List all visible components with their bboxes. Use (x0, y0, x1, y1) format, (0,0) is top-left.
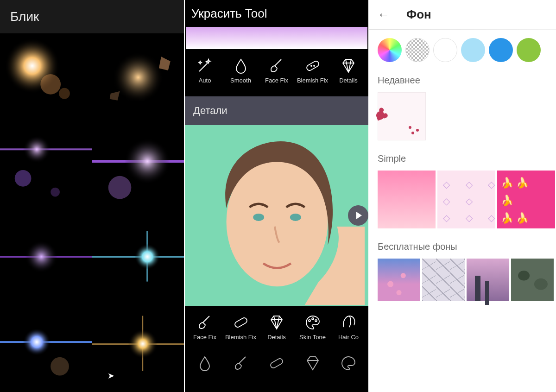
tool-haircolor[interactable]: Hair Co (331, 314, 366, 341)
color-swatch-rainbow[interactable] (378, 38, 402, 62)
drop-icon (233, 57, 249, 74)
svg-point-17 (134, 244, 160, 270)
bg-tile-pink-gradient[interactable] (378, 171, 436, 228)
svg-point-23 (128, 329, 158, 359)
tool-smooth[interactable]: Smooth (224, 57, 258, 84)
section-simple-title: Simple (369, 140, 556, 171)
tool-extra-2[interactable] (224, 355, 258, 372)
recent-row (369, 92, 556, 140)
svg-point-3 (113, 52, 163, 102)
play-button[interactable] (348, 205, 368, 226)
svg-point-11 (124, 138, 170, 184)
tool-blemish-2[interactable]: Blemish Fix (224, 314, 258, 341)
svg-point-9 (51, 188, 60, 197)
beautify-title: Украсить Tool (191, 6, 267, 21)
flare-thumb-orange-1[interactable] (0, 33, 92, 123)
color-swatch-transparent[interactable] (405, 38, 430, 62)
svg-point-8 (15, 170, 32, 187)
svg-point-25 (311, 65, 312, 66)
free-row (369, 259, 556, 301)
svg-point-29 (253, 214, 264, 221)
svg-rect-24 (305, 60, 319, 71)
flare-thumb-purple-2[interactable] (92, 123, 184, 212)
tool-details-2[interactable]: Details (259, 314, 294, 341)
tool-extra-1[interactable] (188, 355, 222, 372)
tool-facefix[interactable]: Face Fix (259, 57, 294, 84)
svg-point-34 (315, 320, 317, 322)
tool-facefix-2[interactable]: Face Fix (188, 314, 222, 341)
tool-auto[interactable]: Auto (188, 57, 222, 84)
tool-extra-4[interactable] (296, 355, 330, 372)
preview-strip (186, 27, 367, 49)
svg-point-19 (23, 328, 51, 356)
bg-tile-dusk[interactable] (467, 259, 509, 301)
tool-row-top: Auto Smooth Face Fix Blemish Fix Details (185, 49, 368, 92)
svg-point-30 (290, 214, 301, 221)
tool-extra-5[interactable] (331, 355, 366, 372)
wand-icon (196, 57, 213, 74)
recent-thumb-1[interactable] (378, 92, 426, 140)
svg-rect-31 (234, 316, 247, 328)
diamond-icon (268, 314, 285, 331)
flare-thumb-cyan[interactable] (92, 212, 184, 302)
palette-icon (304, 314, 321, 331)
flare-thumb-gold[interactable] (92, 302, 184, 391)
color-swatch-blue[interactable] (489, 38, 513, 62)
bg-header: ← Фон (369, 0, 556, 29)
svg-point-14 (25, 240, 57, 272)
flare-panel: Блик ➤ (0, 0, 185, 392)
bg-tile-banana-pattern[interactable] (497, 171, 555, 228)
svg-rect-35 (270, 358, 284, 369)
beautify-panel: Украсить Tool Auto Smooth Face Fix Blemi… (185, 0, 369, 392)
face-placeholder-icon (185, 125, 368, 305)
hair-icon (340, 314, 357, 331)
svg-point-26 (314, 65, 315, 66)
bg-tile-blossom[interactable] (378, 259, 420, 301)
tool-blemish[interactable]: Blemish Fix (296, 57, 330, 84)
preview-image[interactable] (185, 125, 368, 306)
svg-point-7 (23, 136, 51, 164)
bg-tile-leaves[interactable] (511, 259, 554, 301)
background-panel: ← Фон Недавнее Simple Бесплатные фоны (369, 0, 556, 392)
brush-icon (233, 355, 249, 372)
color-swatch-white[interactable] (433, 38, 457, 62)
section-details: Детали (185, 96, 368, 125)
svg-point-32 (309, 320, 310, 322)
flare-thumb-blue[interactable] (0, 302, 92, 391)
brush-icon (268, 57, 285, 74)
svg-marker-4 (158, 57, 170, 70)
color-swatch-green[interactable] (517, 38, 541, 62)
svg-point-33 (312, 318, 314, 320)
svg-point-1 (40, 74, 61, 95)
simple-row (369, 171, 556, 228)
bandage-icon (233, 314, 249, 331)
color-swatch-lightblue[interactable] (461, 38, 485, 62)
flare-grid (0, 33, 184, 391)
bg-title: Фон (406, 7, 431, 22)
svg-point-12 (108, 176, 131, 199)
flare-thumb-orange-2[interactable] (92, 33, 184, 123)
section-recent-title: Недавнее (369, 62, 556, 92)
tool-row-extra (185, 348, 368, 378)
beautify-header: Украсить Tool (185, 0, 368, 27)
back-icon[interactable]: ← (378, 7, 390, 22)
svg-marker-5 (109, 91, 120, 101)
flare-thumb-purple-3[interactable] (0, 212, 92, 302)
bg-tile-map[interactable] (422, 259, 465, 301)
tool-row-bottom: Face Fix Blemish Fix Details Skin Tone H… (185, 306, 368, 348)
tool-skintone[interactable]: Skin Tone (296, 314, 330, 341)
bandage-icon (304, 57, 321, 74)
drop-icon (196, 355, 213, 372)
tool-details[interactable]: Details (331, 57, 366, 84)
cursor-icon: ➤ (107, 371, 114, 381)
flare-thumb-purple-1[interactable] (0, 123, 92, 212)
diamond-icon (304, 355, 321, 372)
diamond-icon (340, 57, 357, 74)
bandage-icon (268, 355, 285, 372)
section-free-title: Бесплатные фоны (369, 228, 556, 259)
divider (369, 29, 556, 30)
bg-tile-diamond-pattern[interactable] (437, 171, 495, 228)
tool-extra-3[interactable] (259, 355, 294, 372)
color-row (369, 38, 556, 62)
section-details-title: Детали (193, 105, 227, 117)
